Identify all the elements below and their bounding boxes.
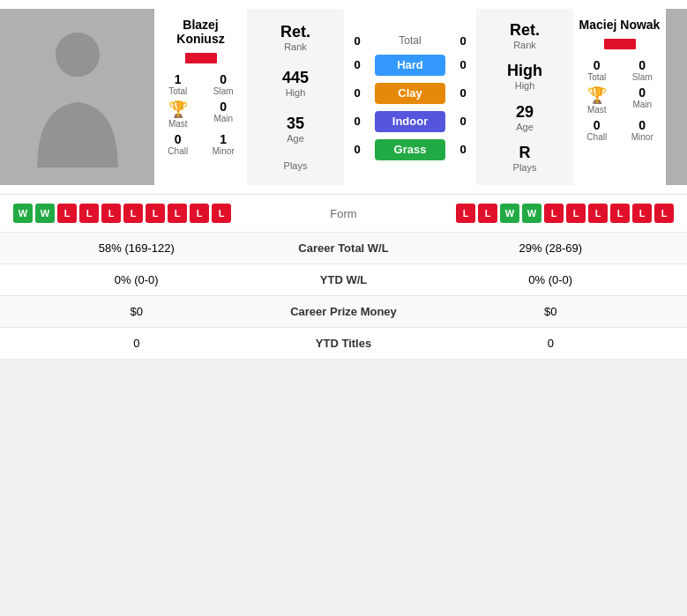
left-main-value: 0: [220, 100, 227, 114]
stats-row-left-2: $0: [18, 305, 256, 318]
right-rank-label: Rank: [510, 40, 540, 50]
right-form-badge-l: L: [544, 204, 564, 223]
right-form-badge-l: L: [478, 204, 497, 223]
clay-left-num: 0: [348, 86, 366, 100]
left-age-stat: 35 Age: [287, 115, 304, 144]
left-chall-value: 0: [175, 132, 182, 146]
right-mast-value: 🏆: [587, 85, 607, 105]
left-high-value: 445: [282, 69, 309, 87]
hard-court-row: 0 Hard 0: [348, 55, 472, 76]
right-form-badge-w: W: [500, 204, 519, 223]
left-form-badge-l: L: [79, 204, 99, 223]
right-mast-stat: 🏆 Mast: [578, 85, 616, 115]
right-mast-label: Mast: [587, 105, 607, 115]
right-chall-value: 0: [594, 118, 601, 132]
left-slam-label: Slam: [213, 86, 234, 96]
form-label: Form: [291, 207, 397, 220]
right-total-stat: 0 Total: [578, 58, 616, 82]
stats-row-center-3: YTD Titles: [256, 337, 432, 350]
left-form-badge-l: L: [168, 204, 187, 223]
right-form-badges: LLWWLLLLLL: [397, 204, 675, 223]
left-form-badge-w: W: [13, 204, 33, 223]
left-stats-grid: 1 Total 0 Slam 🏆 Mast 0 Main 0 Chall: [159, 72, 243, 156]
right-main-label: Main: [632, 100, 652, 109]
stats-row-right-2: $0: [432, 305, 670, 318]
left-age-value: 35: [287, 115, 304, 133]
right-high-label: High: [507, 80, 542, 91]
stats-row-right-3: 0: [432, 337, 670, 350]
left-rank-stat: Ret. Rank: [280, 23, 310, 52]
right-flag: [604, 39, 636, 49]
left-total-value: 1: [175, 72, 182, 86]
right-plays-stat: R Plays: [513, 144, 537, 173]
left-main-stat: 0 Main: [205, 100, 243, 129]
left-total-label: Total: [168, 86, 187, 96]
stats-row-center-0: Career Total W/L: [256, 241, 432, 255]
right-stats-grid: 0 Total 0 Slam 🏆 Mast 0 Main 0 Chall: [578, 58, 661, 142]
left-mast-label: Mast: [168, 119, 188, 129]
grass-left-num: 0: [348, 143, 366, 156]
stats-row-right-0: 29% (28-69): [432, 241, 670, 255]
left-form-badge-l: L: [190, 204, 209, 223]
left-high-stat: 445 High: [282, 69, 309, 98]
left-plays-stat: Plays: [284, 160, 308, 171]
hard-left-num: 0: [348, 58, 366, 71]
stats-row-center-1: YTD W/L: [256, 273, 432, 286]
stats-row-left-3: 0: [18, 337, 256, 350]
right-form-badge-l: L: [654, 204, 674, 223]
right-main-value: 0: [638, 85, 646, 100]
total-right-num: 0: [454, 34, 472, 48]
total-row: 0 Total 0: [348, 34, 472, 48]
left-flag: [185, 53, 217, 63]
right-slam-value: 0: [638, 58, 646, 72]
stats-row-2: $0Career Prize Money$0: [0, 295, 687, 327]
right-chall-label: Chall: [586, 132, 607, 142]
right-minor-label: Minor: [631, 132, 653, 142]
left-chall-stat: 0 Chall: [159, 132, 198, 156]
stats-row-0: 58% (169-122)Career Total W/L29% (28-69): [0, 232, 687, 263]
stats-row-left-0: 58% (169-122): [18, 241, 256, 255]
stats-row-left-1: 0% (0-0): [18, 273, 256, 286]
indoor-court-badge: Indoor: [375, 111, 445, 132]
left-minor-value: 1: [220, 132, 227, 146]
center-section: 0 Total 0 0 Hard 0 0 Clay 0 0 Indoor 0 0: [344, 9, 476, 185]
right-high-stat: High High: [507, 62, 542, 91]
right-player-photo: [666, 9, 687, 185]
left-form-badges: WWLLLLLLLL: [13, 204, 291, 223]
left-minor-label: Minor: [213, 146, 235, 156]
grass-court-badge: Grass: [375, 139, 445, 160]
right-form-badge-l: L: [632, 204, 652, 223]
stats-rows: 58% (169-122)Career Total W/L29% (28-69)…: [0, 232, 687, 359]
left-middle-stats: Ret. Rank 445 High 35 Age Plays: [247, 9, 344, 185]
right-minor-stat: 0 Minor: [624, 118, 662, 142]
left-rank-label: Rank: [280, 41, 310, 52]
right-slam-stat: 0 Slam: [624, 58, 662, 82]
players-section: Blazej Koniusz 1 Total 0 Slam 🏆 Mast 0 M…: [0, 0, 687, 194]
right-plays-label: Plays: [513, 162, 537, 173]
left-slam-stat: 0 Slam: [205, 72, 243, 96]
stats-row-3: 0YTD Titles0: [0, 327, 687, 359]
right-form-badge-w: W: [522, 204, 541, 223]
right-player-info: Maciej Nowak 0 Total 0 Slam 🏆 Mast 0 Mai…: [573, 9, 666, 185]
left-player-info: Blazej Koniusz 1 Total 0 Slam 🏆 Mast 0 M…: [154, 9, 247, 185]
svg-point-0: [55, 33, 99, 77]
left-form-badge-w: W: [35, 204, 55, 223]
right-middle-stats: Ret. Rank High High 29 Age R Plays: [476, 9, 573, 185]
right-age-label: Age: [516, 122, 534, 132]
right-minor-value: 0: [638, 118, 646, 132]
left-plays-label: Plays: [284, 160, 308, 171]
main-container: Blazej Koniusz 1 Total 0 Slam 🏆 Mast 0 M…: [0, 0, 687, 359]
left-slam-value: 0: [220, 72, 227, 86]
clay-court-badge: Clay: [375, 83, 445, 104]
indoor-right-num: 0: [454, 115, 472, 128]
total-left-num: 0: [348, 34, 366, 48]
right-age-stat: 29 Age: [516, 103, 534, 132]
right-form-badge-l: L: [566, 204, 586, 223]
stats-row-1: 0% (0-0)YTD W/L0% (0-0): [0, 263, 687, 295]
indoor-left-num: 0: [348, 115, 366, 128]
right-plays-value: R: [513, 144, 537, 162]
total-label: Total: [375, 34, 445, 47]
hard-court-badge: Hard: [375, 55, 445, 76]
right-total-value: 0: [594, 58, 601, 72]
left-chall-label: Chall: [168, 146, 188, 156]
